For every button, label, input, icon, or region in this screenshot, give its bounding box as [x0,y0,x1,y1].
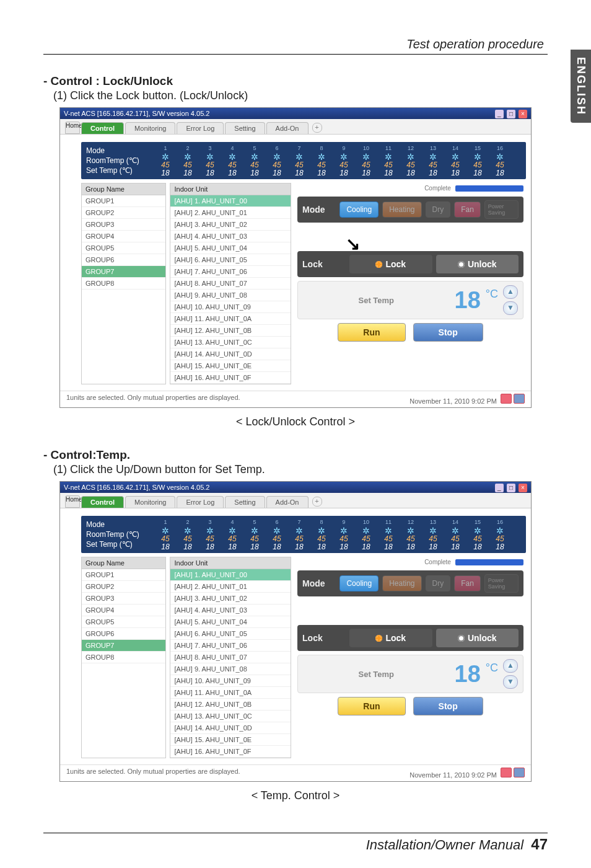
group-item[interactable]: GROUP2 [82,207,165,219]
indoor-unit-item[interactable]: [AHU] 5. AHU_UNIT_04 [170,242,291,254]
add-tab-button[interactable]: + [312,497,322,507]
tab-errorlog[interactable]: Error Log [177,122,224,134]
mode-fan-button[interactable]: Fan [454,202,481,218]
group-item[interactable]: GROUP4 [82,604,165,616]
indoor-unit-item[interactable]: [AHU] 1. AHU_UNIT_00 [170,569,291,581]
indoor-unit-item[interactable]: [AHU] 13. AHU_UNIT_0C [170,711,291,722]
group-item[interactable]: GROUP7 [82,266,165,278]
group-item[interactable]: GROUP1 [82,195,165,207]
indoor-unit-item[interactable]: [AHU] 16. AHU_UNIT_0F [170,746,291,758]
group-item[interactable]: GROUP2 [82,581,165,593]
tab-errorlog[interactable]: Error Log [177,496,224,508]
settemp-up-button[interactable]: ▲ [503,659,518,673]
mode-cooling-button[interactable]: Cooling [339,575,379,591]
indoor-unit-item[interactable]: [AHU] 5. AHU_UNIT_04 [170,616,291,628]
minimize-icon[interactable]: _ [495,110,504,118]
indoor-unit-item[interactable]: [AHU] 4. AHU_UNIT_03 [170,604,291,616]
indoor-unit-item[interactable]: [AHU] 12. AHU_UNIT_0B [170,325,291,337]
indoor-unit-item[interactable]: [AHU] 7. AHU_UNIT_06 [170,266,291,278]
group-item[interactable]: GROUP6 [82,628,165,640]
indoor-unit-item[interactable]: [AHU] 7. AHU_UNIT_06 [170,640,291,652]
mode-powersaving-button[interactable]: Power Saving [484,574,519,593]
indoor-unit-item[interactable]: [AHU] 3. AHU_UNIT_02 [170,219,291,231]
indoor-unit-item[interactable]: [AHU] 6. AHU_UNIT_05 [170,254,291,266]
indoor-unit-item[interactable]: [AHU] 9. AHU_UNIT_08 [170,290,291,301]
section-lockunlock-title: - Control : Lock/Unlock [43,74,548,88]
mode-heating-button[interactable]: Heating [382,575,421,591]
group-item[interactable]: GROUP7 [82,640,165,652]
maximize-icon[interactable]: □ [507,110,515,118]
window-title: V-net ACS [165.186.42.171], S/W version … [64,108,209,119]
indoor-unit-item[interactable]: [AHU] 4. AHU_UNIT_03 [170,231,291,242]
run-button[interactable]: Run [338,697,405,715]
group-item[interactable]: GROUP3 [82,593,165,604]
tab-setting[interactable]: Setting [225,496,265,508]
indoor-unit-item[interactable]: [AHU] 10. AHU_UNIT_09 [170,675,291,687]
group-item[interactable]: GROUP5 [82,242,165,254]
mode-row-label: Mode [302,205,336,215]
mode-dry-button[interactable]: Dry [426,202,451,218]
indoor-unit-item[interactable]: [AHU] 11. AHU_UNIT_0A [170,313,291,325]
indoor-unit-item[interactable]: [AHU] 12. AHU_UNIT_0B [170,699,291,711]
tab-monitoring[interactable]: Monitoring [125,496,175,508]
indoor-unit-item[interactable]: [AHU] 14. AHU_UNIT_0D [170,722,291,734]
stop-button[interactable]: Stop [413,697,483,715]
indoor-unit-item[interactable]: [AHU] 8. AHU_UNIT_07 [170,278,291,290]
control-panel: Complete Mode Cooling Heating Dry Fan Po… [295,557,526,758]
minimize-icon[interactable]: _ [495,484,504,492]
home-tab[interactable]: Home [65,495,80,508]
indoor-unit-item[interactable]: [AHU] 2. AHU_UNIT_01 [170,581,291,593]
indoor-unit-item[interactable]: [AHU] 15. AHU_UNIT_0E [170,734,291,746]
footer-text: Installation/Owner Manual [366,837,523,852]
indoor-unit-item[interactable]: [AHU] 15. AHU_UNIT_0E [170,360,291,372]
unlock-button[interactable]: Unlock [436,255,519,273]
unit-status-col: 5✲4518 [243,144,266,177]
run-button[interactable]: Run [338,323,405,342]
mode-heating-button[interactable]: Heating [382,202,421,218]
group-item[interactable]: GROUP4 [82,231,165,242]
indoor-unit-item[interactable]: [AHU] 8. AHU_UNIT_07 [170,652,291,663]
home-tab[interactable]: Home [65,122,80,134]
group-item[interactable]: GROUP5 [82,616,165,628]
tab-monitoring[interactable]: Monitoring [125,122,175,134]
unit-status-col: 6✲4518 [266,144,288,177]
indoor-unit-item[interactable]: [AHU] 14. AHU_UNIT_0D [170,348,291,360]
tab-setting[interactable]: Setting [225,122,265,134]
mode-fan-button[interactable]: Fan [454,575,481,591]
mode-powersaving-button[interactable]: Power Saving [484,200,519,219]
close-icon[interactable]: × [519,110,527,118]
settemp-label: Set Temp [303,296,449,305]
stop-button[interactable]: Stop [413,323,483,342]
unlock-button[interactable]: Unlock [436,629,519,647]
group-item[interactable]: GROUP3 [82,219,165,231]
lock-button[interactable]: Lock [349,255,432,273]
tab-addon[interactable]: Add-On [266,496,309,508]
group-item[interactable]: GROUP6 [82,254,165,266]
indoor-unit-item[interactable]: [AHU] 10. AHU_UNIT_09 [170,301,291,313]
indoor-unit-item[interactable]: [AHU] 2. AHU_UNIT_01 [170,207,291,219]
group-item[interactable]: GROUP1 [82,569,165,581]
tab-control[interactable]: Control [81,496,124,508]
settemp-up-button[interactable]: ▲ [503,285,518,299]
tab-addon[interactable]: Add-On [266,122,309,134]
maximize-icon[interactable]: □ [507,484,515,492]
indoor-unit-item[interactable]: [AHU] 6. AHU_UNIT_05 [170,628,291,640]
indoor-unit-item[interactable]: [AHU] 3. AHU_UNIT_02 [170,593,291,604]
mode-row: Mode Cooling Heating Dry Fan Power Savin… [297,570,523,596]
add-tab-button[interactable]: + [312,123,322,133]
settemp-down-button[interactable]: ▼ [503,301,518,315]
unit-status-col: 11✲4518 [377,144,400,177]
indoor-unit-item[interactable]: [AHU] 1. AHU_UNIT_00 [170,195,291,207]
settemp-down-button[interactable]: ▼ [503,675,518,689]
mode-cooling-button[interactable]: Cooling [339,202,379,218]
indoor-unit-item[interactable]: [AHU] 11. AHU_UNIT_0A [170,687,291,699]
indoor-unit-item[interactable]: [AHU] 9. AHU_UNIT_08 [170,663,291,675]
close-icon[interactable]: × [519,484,527,492]
lock-button[interactable]: Lock [349,629,432,647]
mode-dry-button[interactable]: Dry [426,575,451,591]
indoor-unit-item[interactable]: [AHU] 16. AHU_UNIT_0F [170,372,291,384]
group-item[interactable]: GROUP8 [82,652,165,663]
tab-control[interactable]: Control [81,122,124,134]
group-item[interactable]: GROUP8 [82,278,165,290]
indoor-unit-item[interactable]: [AHU] 13. AHU_UNIT_0C [170,337,291,348]
